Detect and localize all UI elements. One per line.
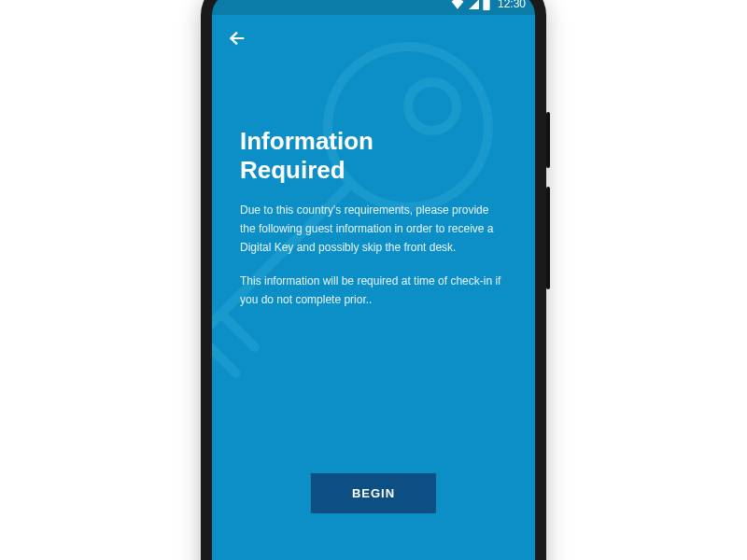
app-body: Information Required Due to this country… — [212, 15, 535, 560]
content: Information Required Due to this country… — [240, 127, 507, 324]
svg-point-3 — [408, 82, 457, 131]
status-time: 12:30 — [498, 0, 526, 10]
status-bar: 12:30 — [212, 0, 535, 15]
begin-button[interactable]: BEGIN — [311, 473, 436, 513]
title-line: Information — [240, 127, 374, 155]
arrow-left-icon — [227, 28, 247, 49]
body-paragraph: Due to this country's requirements, plea… — [240, 202, 507, 257]
svg-rect-1 — [483, 0, 489, 9]
cell-signal-icon — [468, 0, 479, 9]
phone-screen: 12:30 Information — [212, 0, 535, 560]
wifi-icon — [451, 0, 464, 9]
battery-icon — [483, 0, 490, 10]
phone-frame: 12:30 Information — [201, 0, 546, 560]
body-paragraph: This information will be required at tim… — [240, 273, 507, 310]
page-title: Information Required — [240, 127, 507, 185]
back-button[interactable] — [227, 28, 247, 52]
title-line: Required — [240, 156, 345, 184]
